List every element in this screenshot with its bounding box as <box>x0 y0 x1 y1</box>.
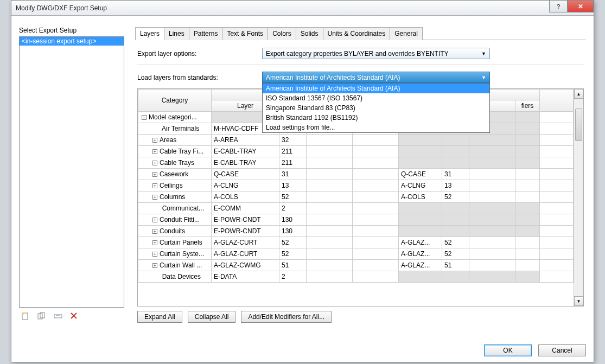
duplicate-setup-icon[interactable] <box>37 312 46 321</box>
table-cell[interactable] <box>515 203 540 214</box>
table-cell[interactable] <box>399 157 442 169</box>
table-cell[interactable]: 130 <box>279 214 307 226</box>
table-cell[interactable]: Q-CASE <box>399 169 442 180</box>
table-cell[interactable]: A-GLAZ-CWMG <box>212 260 279 271</box>
dropdown-option[interactable]: American Institute of Architects Standar… <box>263 84 489 93</box>
table-cell[interactable] <box>442 203 469 214</box>
table-row[interactable]: +CeilingsA-CLNG13A-CLNG13 <box>138 180 574 191</box>
table-cell[interactable] <box>442 146 469 157</box>
table-cell[interactable]: E-CABL-TRAY <box>212 146 279 157</box>
tab-layers[interactable]: Layers <box>135 27 164 40</box>
table-cell[interactable]: 31 <box>442 169 469 180</box>
table-cell[interactable]: 51 <box>279 260 307 271</box>
table-cell[interactable] <box>469 248 515 260</box>
table-cell[interactable] <box>469 226 515 237</box>
table-cell[interactable] <box>353 157 399 169</box>
table-cell[interactable] <box>442 226 469 237</box>
table-cell[interactable] <box>469 180 515 191</box>
dropdown-option[interactable]: ISO Standard 13567 (ISO 13567) <box>263 93 489 103</box>
table-cell[interactable] <box>353 260 399 271</box>
scroll-down-icon[interactable]: ▼ <box>574 296 583 306</box>
table-row[interactable]: +Curtain Syste...A-GLAZ-CURT52A-GLAZ...5… <box>138 248 574 260</box>
table-cell[interactable]: 52 <box>279 248 307 260</box>
title-bar[interactable]: Modify DWG/DXF Export Setup ? ✕ <box>11 1 594 16</box>
table-cell[interactable] <box>515 260 540 271</box>
table-cell[interactable] <box>515 226 540 237</box>
table-cell[interactable]: 130 <box>279 226 307 237</box>
dropdown-option[interactable]: Load settings from file... <box>263 123 489 132</box>
table-cell[interactable] <box>399 135 442 146</box>
table-cell[interactable] <box>307 180 353 191</box>
plus-icon[interactable]: + <box>152 183 157 188</box>
table-cell[interactable]: A-AREA <box>212 135 279 146</box>
table-cell[interactable]: 2 <box>279 203 307 214</box>
ok-button[interactable]: OK <box>484 344 532 356</box>
plus-icon[interactable]: + <box>152 138 157 143</box>
table-cell[interactable] <box>515 248 540 260</box>
table-cell[interactable]: A-GLAZ-CURT <box>212 248 279 260</box>
table-row[interactable]: +AreasA-AREA32 <box>138 135 574 146</box>
table-cell[interactable] <box>353 135 399 146</box>
table-cell[interactable]: 13 <box>279 180 307 191</box>
plus-icon[interactable]: + <box>152 195 157 200</box>
table-cell[interactable] <box>442 271 469 283</box>
table-cell[interactable] <box>469 169 515 180</box>
tab-units[interactable]: Units & Coordinates <box>323 27 391 40</box>
table-cell[interactable] <box>515 180 540 191</box>
plus-icon[interactable]: + <box>152 229 157 234</box>
table-row[interactable]: +Cable Tray Fi...E-CABL-TRAY211 <box>138 146 574 157</box>
table-cell[interactable] <box>307 248 353 260</box>
col-modifiers[interactable]: fiers <box>515 100 540 112</box>
table-cell[interactable]: E-CABL-TRAY <box>212 157 279 169</box>
tab-solids[interactable]: Solids <box>296 27 323 40</box>
standards-dropdown[interactable]: American Institute of Architects Standar… <box>262 83 490 133</box>
table-cell[interactable] <box>515 157 540 169</box>
table-cell[interactable] <box>353 146 399 157</box>
tab-text-fonts[interactable]: Text & Fonts <box>222 27 268 40</box>
table-cell[interactable]: E-COMM <box>212 203 279 214</box>
table-cell[interactable] <box>307 260 353 271</box>
table-cell[interactable] <box>307 237 353 248</box>
plus-icon[interactable]: + <box>152 252 157 257</box>
scroll-up-icon[interactable]: ▲ <box>574 89 583 99</box>
table-cell[interactable]: 2 <box>279 271 307 283</box>
help-button[interactable]: ? <box>549 1 568 12</box>
table-row[interactable]: +CaseworkQ-CASE31Q-CASE31 <box>138 169 574 180</box>
table-cell[interactable] <box>353 271 399 283</box>
export-options-combo[interactable]: Export category properties BYLAYER and o… <box>262 48 490 59</box>
plus-icon[interactable]: + <box>152 161 157 165</box>
plus-icon[interactable]: + <box>152 172 157 177</box>
table-cell[interactable] <box>353 226 399 237</box>
table-cell[interactable]: 31 <box>279 169 307 180</box>
table-cell[interactable] <box>469 191 515 203</box>
table-cell[interactable]: 52 <box>442 248 469 260</box>
export-setup-list[interactable]: <in-session export setup> <box>19 36 124 308</box>
table-cell[interactable]: 211 <box>279 146 307 157</box>
table-cell[interactable]: A-COLS <box>212 191 279 203</box>
table-cell[interactable] <box>399 214 442 226</box>
table-cell[interactable]: E-POWR-CNDT <box>212 226 279 237</box>
table-cell[interactable] <box>307 214 353 226</box>
table-cell[interactable]: 52 <box>442 191 469 203</box>
table-cell[interactable] <box>353 248 399 260</box>
table-row[interactable]: +ColumnsA-COLS52A-COLS52 <box>138 191 574 203</box>
standards-combo[interactable]: American Institute of Architects Standar… <box>262 72 490 83</box>
table-cell[interactable]: 13 <box>442 180 469 191</box>
tab-patterns[interactable]: Patterns <box>189 27 223 40</box>
table-cell[interactable] <box>307 226 353 237</box>
table-cell[interactable] <box>469 260 515 271</box>
plus-icon[interactable]: + <box>152 218 157 222</box>
table-cell[interactable] <box>515 214 540 226</box>
table-cell[interactable] <box>515 237 540 248</box>
table-cell[interactable]: 32 <box>279 135 307 146</box>
plus-icon[interactable]: + <box>152 149 157 154</box>
table-cell[interactable] <box>307 135 353 146</box>
table-cell[interactable]: A-GLAZ... <box>399 237 442 248</box>
table-cell[interactable] <box>353 214 399 226</box>
table-cell[interactable]: A-GLAZ... <box>399 260 442 271</box>
table-cell[interactable] <box>399 203 442 214</box>
table-cell[interactable] <box>399 271 442 283</box>
table-cell[interactable]: A-GLAZ-CURT <box>212 237 279 248</box>
table-cell[interactable] <box>442 214 469 226</box>
table-cell[interactable] <box>399 226 442 237</box>
